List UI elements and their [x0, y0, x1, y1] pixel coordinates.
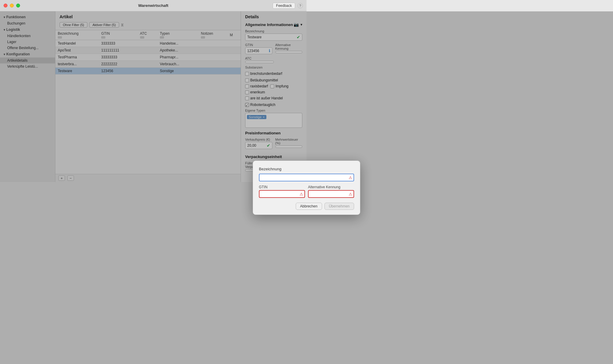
traffic-lights [4, 4, 20, 7]
modal-bezeichnung-label: Bezeichnung [259, 167, 306, 171]
app-title: Warenwirtschaft [138, 3, 169, 8]
feedback-button[interactable]: Feedback [273, 3, 295, 9]
modal-bezeichnung-wrapper: ⚠ [259, 174, 306, 181]
modal-bezeichnung-field: Bezeichnung ⚠ [259, 167, 306, 181]
help-button[interactable]: ? [298, 3, 303, 8]
close-button[interactable] [4, 4, 7, 7]
maximize-button[interactable] [16, 4, 20, 7]
minimize-button[interactable] [10, 4, 14, 7]
modal-bezeichnung-input[interactable] [259, 174, 306, 181]
titlebar-actions: Feedback ? [273, 3, 303, 9]
titlebar: Warenwirtschaft Feedback ? [0, 0, 306, 11]
modal-dialog: Bezeichnung ⚠ GTIN ⚠ Alternative Kennung… [253, 160, 306, 182]
modal-overlay: Bezeichnung ⚠ GTIN ⚠ Alternative Kennung… [0, 11, 306, 182]
